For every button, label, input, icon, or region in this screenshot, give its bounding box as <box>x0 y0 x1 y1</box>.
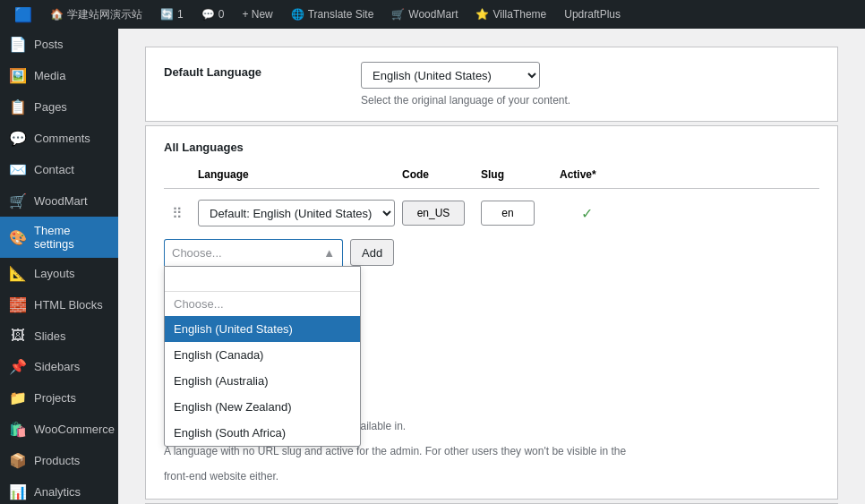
slides-icon: 🖼 <box>9 328 27 344</box>
dropdown-choose-placeholder: Choose... <box>165 292 360 316</box>
choose-language-container: Choose... ▲ Choose... English (United St… <box>164 239 343 266</box>
products-icon: 📦 <box>9 452 27 469</box>
sidebar-item-comments[interactable]: 💬 Comments <box>0 123 118 154</box>
languages-table-header: Language Code Slug Active* <box>164 165 819 189</box>
html-blocks-icon: 🧱 <box>9 296 27 313</box>
language-row: ⠿ Default: English (United States) ✓ <box>164 194 819 232</box>
language-dropdown: Choose... English (United States) Englis… <box>164 266 361 447</box>
sidebar-item-html-blocks[interactable]: 🧱 HTML Blocks <box>0 289 118 320</box>
translate-icon: 🌐 <box>291 8 304 21</box>
sidebar-item-media[interactable]: 🖼️ Media <box>0 60 118 91</box>
sidebar-item-woocommerce[interactable]: 🛍️ WooCommerce <box>0 414 118 445</box>
code-input <box>402 201 465 226</box>
all-languages-title: All Languages <box>164 141 819 154</box>
admin-bar-wp-logo[interactable]: 🟦 <box>7 0 39 29</box>
dropdown-arrow-icon: ▲ <box>323 246 335 260</box>
admin-bar-woodmart[interactable]: 🛒 WoodMart <box>384 0 465 29</box>
dropdown-item-en-za[interactable]: English (South Africa) <box>165 420 360 446</box>
sidebar-item-slides[interactable]: 🖼 Slides <box>0 320 118 351</box>
admin-bar-updraftplus[interactable]: UpdraftPlus <box>557 0 628 29</box>
sidebar-item-layouts[interactable]: 📐 Layouts <box>0 258 118 289</box>
admin-bar-new[interactable]: + New <box>235 0 279 29</box>
woodmart-icon: 🛒 <box>391 8 405 21</box>
pages-icon: 📋 <box>9 98 27 115</box>
comments-sidebar-icon: 💬 <box>9 130 27 147</box>
default-language-select[interactable]: English (United States) <box>361 62 540 89</box>
admin-bar-updates[interactable]: 🔄 1 <box>153 0 191 29</box>
sidebars-icon: 📌 <box>9 358 27 375</box>
projects-icon: 📁 <box>9 389 27 406</box>
sidebar-item-projects[interactable]: 📁 Projects <box>0 382 118 414</box>
updates-icon: 🔄 <box>160 8 174 21</box>
sidebar-item-sidebars[interactable]: 📌 Sidebars <box>0 351 118 382</box>
col-language: Language <box>198 168 395 181</box>
sidebar-item-contact[interactable]: ✉️ Contact <box>0 154 118 185</box>
language-search-input[interactable] <box>165 267 360 292</box>
col-slug: Slug <box>481 168 552 181</box>
star-icon: ⭐ <box>475 8 489 21</box>
dropdown-item-en-ca[interactable]: English (Canada) <box>165 342 360 368</box>
sidebar-item-theme-settings[interactable]: 🎨 Theme settings <box>0 217 118 258</box>
admin-bar-villatheme[interactable]: ⭐ VillaTheme <box>468 0 553 29</box>
media-icon: 🖼️ <box>9 67 27 84</box>
comments-icon: 💬 <box>201 8 215 21</box>
sidebar-item-pages[interactable]: 📋 Pages <box>0 91 118 123</box>
posts-icon: 📄 <box>9 36 27 53</box>
wp-icon: 🟦 <box>14 6 32 23</box>
sidebar-item-woodmart[interactable]: 🛒 WoodMart <box>0 185 118 217</box>
choose-language-display[interactable]: Choose... ▲ <box>164 239 343 266</box>
add-language-controls: Choose... ▲ Choose... English (United St… <box>164 239 819 266</box>
default-language-label: Default Language <box>164 62 343 79</box>
default-language-control: English (United States) Select the origi… <box>361 62 819 107</box>
admin-bar: 🟦 🏠 学建站网演示站 🔄 1 💬 0 + New 🌐 Translate Si… <box>0 0 865 29</box>
sidebar-item-analytics[interactable]: 📊 Analytics <box>0 476 118 504</box>
woocommerce-icon: 🛍️ <box>9 421 27 438</box>
dropdown-items: English (United States) English (Canada)… <box>165 316 360 446</box>
add-language-button[interactable]: Add <box>350 239 394 266</box>
col-code: Code <box>402 168 474 181</box>
col-active: Active* <box>560 168 613 181</box>
drag-handle[interactable]: ⠿ <box>164 205 191 222</box>
woodmart-sidebar-icon: 🛒 <box>9 192 27 209</box>
slug-input[interactable] <box>481 201 535 226</box>
admin-bar-site-name[interactable]: 🏠 学建站网演示站 <box>43 0 150 29</box>
add-language-row: Choose... ▲ Choose... English (United St… <box>164 239 819 266</box>
layouts-icon: 📐 <box>9 265 27 282</box>
dropdown-item-en-nz[interactable]: English (New Zealand) <box>165 394 360 420</box>
sidebar-item-products[interactable]: 📦 Products <box>0 445 118 476</box>
contact-icon: ✉️ <box>9 161 27 178</box>
admin-bar-translate-site[interactable]: 🌐 Translate Site <box>284 0 381 29</box>
default-language-section: Default Language English (United States)… <box>145 47 838 122</box>
default-lang-select[interactable]: Default: English (United States) <box>198 200 395 226</box>
admin-bar-comments[interactable]: 💬 0 <box>194 0 232 29</box>
all-languages-desc3: front-end website either. <box>164 468 819 484</box>
main-layout: 📄 Posts 🖼️ Media 📋 Pages 💬 Comments ✉️ C… <box>0 29 865 504</box>
dropdown-item-en-us[interactable]: English (United States) <box>165 316 360 342</box>
sidebar: 📄 Posts 🖼️ Media 📋 Pages 💬 Comments ✉️ C… <box>0 29 118 504</box>
content-area: Default Language English (United States)… <box>118 29 865 504</box>
dropdown-item-en-au[interactable]: English (Australia) <box>165 368 360 394</box>
theme-settings-icon: 🎨 <box>9 229 27 246</box>
active-check-icon: ✓ <box>560 205 613 222</box>
analytics-icon: 📊 <box>9 483 27 500</box>
admin-bar-site-icon: 🏠 <box>50 8 64 21</box>
default-language-description: Select the original language of your con… <box>361 94 819 107</box>
sidebar-item-posts[interactable]: 📄 Posts <box>0 29 118 60</box>
all-languages-section: All Languages Language Code Slug Active*… <box>145 125 838 500</box>
